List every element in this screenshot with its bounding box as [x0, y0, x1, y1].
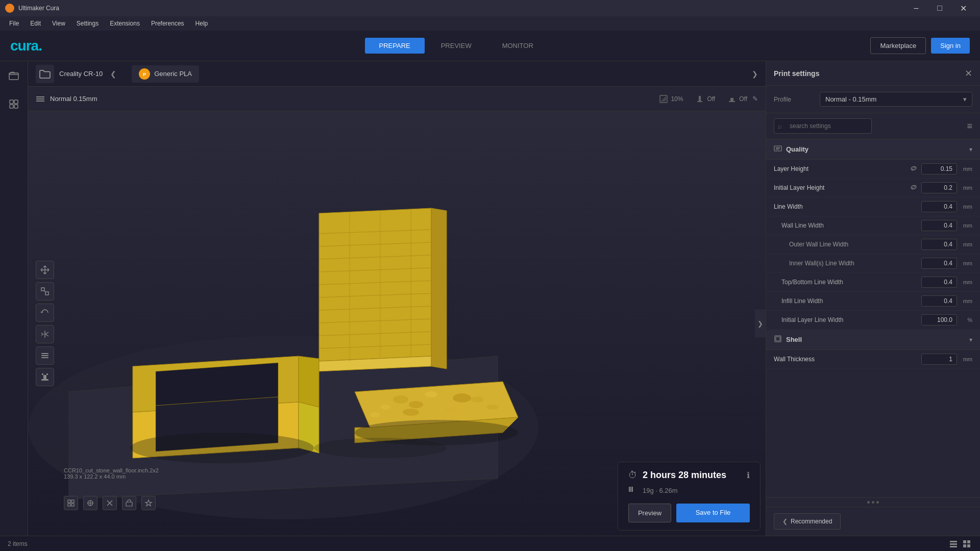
close-button[interactable]: ✕: [951, 0, 975, 16]
svg-point-38: [445, 407, 459, 413]
expand-arrow[interactable]: ❯: [755, 310, 766, 338]
line-width-value[interactable]: [921, 201, 957, 212]
menu-item-edit[interactable]: Edit: [25, 18, 46, 29]
svg-rect-71: [950, 546, 957, 547]
support-blocker-tool[interactable]: [36, 368, 54, 386]
adhesion-status: Off: [739, 95, 747, 103]
folder-button[interactable]: [36, 65, 54, 83]
layer-height-unit: mm: [957, 166, 972, 172]
info-icon[interactable]: ℹ: [747, 470, 750, 480]
adhesion-icon: [728, 95, 736, 103]
scale-tool[interactable]: [36, 282, 54, 300]
marketplace-button[interactable]: Marketplace: [870, 37, 926, 54]
profile-bar: Normal 0.15mm 10% Off: [28, 87, 766, 111]
nav-tabs: PREPARE PREVIEW MONITOR: [365, 38, 548, 54]
search-wrapper: ⌕: [774, 118, 963, 134]
move-tool[interactable]: [36, 261, 54, 279]
list-view-icon[interactable]: [948, 538, 959, 549]
menu-item-help[interactable]: Help: [190, 18, 213, 29]
model-brick-wall: [319, 208, 447, 371]
tab-monitor[interactable]: MONITOR: [488, 38, 548, 54]
minimize-button[interactable]: –: [904, 0, 928, 16]
svg-rect-75: [967, 544, 970, 547]
layer-height-value[interactable]: [921, 163, 957, 174]
layer-height-link[interactable]: [910, 165, 917, 173]
left-sidebar: [0, 61, 28, 536]
initial-layer-line-width-value[interactable]: [921, 314, 957, 325]
outer-wall-line-width-value[interactable]: [921, 239, 957, 250]
infill-line-width-value[interactable]: [921, 295, 957, 307]
model-info: CCR10_cut_stone_wall_floor.inch.2x2 139.…: [64, 467, 159, 480]
bottom-tool-3[interactable]: [103, 496, 117, 510]
mirror-tool[interactable]: [36, 325, 54, 343]
material-usage-row: 19g · 6.26m: [628, 485, 750, 496]
bottom-tool-5[interactable]: [141, 496, 156, 510]
edit-icon[interactable]: ✎: [752, 95, 758, 103]
shell-section-header[interactable]: Shell ▾: [766, 330, 980, 350]
save-to-file-button[interactable]: Save to File: [676, 504, 750, 522]
bottom-tool-2[interactable]: [83, 496, 97, 510]
bottom-tool-1[interactable]: [64, 496, 78, 510]
menu-item-view[interactable]: View: [47, 18, 70, 29]
filter-icon[interactable]: ≡: [967, 121, 972, 132]
top-bottom-line-width-value[interactable]: [921, 277, 957, 288]
svg-point-29: [393, 395, 408, 404]
app-icon: [5, 4, 14, 13]
device-chevron[interactable]: ❮: [110, 70, 116, 78]
panel-footer: ❮ Recommended: [766, 507, 980, 536]
menu-item-extensions[interactable]: Extensions: [105, 18, 145, 29]
signin-button[interactable]: Sign in: [931, 38, 970, 54]
svg-rect-70: [950, 543, 957, 545]
svg-rect-1: [10, 100, 13, 104]
panel-title: Print settings: [774, 69, 819, 78]
svg-rect-8: [36, 98, 44, 99]
svg-point-42: [355, 420, 518, 445]
menu-item-preferences[interactable]: Preferences: [146, 18, 189, 29]
open-files-button[interactable]: [4, 65, 24, 86]
tab-preview[interactable]: PREVIEW: [427, 38, 486, 54]
svg-point-39: [486, 405, 499, 410]
wall-thickness-value[interactable]: [921, 354, 957, 365]
tab-prepare[interactable]: PREPARE: [365, 38, 425, 54]
viewport-tools: [36, 261, 54, 386]
top-bottom-line-width-row: Top/Bottom Line Width mm: [766, 273, 980, 292]
wall-line-width-value[interactable]: [921, 220, 957, 231]
inner-wall-line-width-value[interactable]: [921, 258, 957, 269]
model-dimensions: 139.3 x 122.2 x 44.0 mm: [64, 473, 159, 480]
view-mode-icons: [948, 538, 972, 549]
per-model-settings-tool[interactable]: [36, 346, 54, 365]
menu-item-file[interactable]: File: [4, 18, 24, 29]
svg-rect-54: [68, 504, 70, 506]
preview-button[interactable]: Preview: [628, 504, 671, 522]
svg-rect-12: [697, 101, 702, 102]
material-button[interactable]: P Generic PLA: [132, 65, 199, 83]
panel-close-button[interactable]: ✕: [965, 68, 972, 79]
top-bottom-line-width-label: Top/Bottom Line Width: [774, 279, 921, 286]
svg-rect-51: [46, 373, 48, 375]
rotate-tool[interactable]: [36, 304, 54, 322]
search-input[interactable]: [774, 118, 872, 134]
initial-layer-height-link[interactable]: [910, 184, 917, 192]
recommended-label: Recommended: [791, 518, 832, 525]
menu-item-settings[interactable]: Settings: [71, 18, 104, 29]
settings-bar-icon: [36, 94, 45, 104]
grid-view-icon[interactable]: [961, 538, 972, 549]
material-usage: 19g · 6.26m: [643, 487, 678, 494]
initial-layer-height-value[interactable]: [921, 182, 957, 193]
wall-thickness-row: Wall Thickness mm: [766, 350, 980, 369]
maximize-button[interactable]: □: [928, 0, 951, 16]
profile-select[interactable]: Normal - 0.15mm ▾: [820, 92, 972, 107]
clock-icon: ⏱: [628, 470, 638, 481]
top-bottom-line-width-unit: mm: [957, 279, 972, 285]
marketplace-sidebar-button[interactable]: [4, 94, 24, 114]
filament-icon: [628, 485, 638, 496]
svg-rect-55: [71, 504, 74, 506]
quality-section-header[interactable]: Quality ▾: [766, 139, 980, 160]
dot-3: [876, 501, 879, 504]
infill-line-width-unit: mm: [957, 298, 972, 304]
collapse-chevron[interactable]: ❯: [752, 70, 758, 78]
recommended-button[interactable]: ❮ Recommended: [774, 513, 841, 530]
bottom-tool-4[interactable]: [122, 496, 136, 510]
line-width-unit: mm: [957, 204, 972, 210]
initial-layer-height-row: Initial Layer Height mm: [766, 179, 980, 197]
